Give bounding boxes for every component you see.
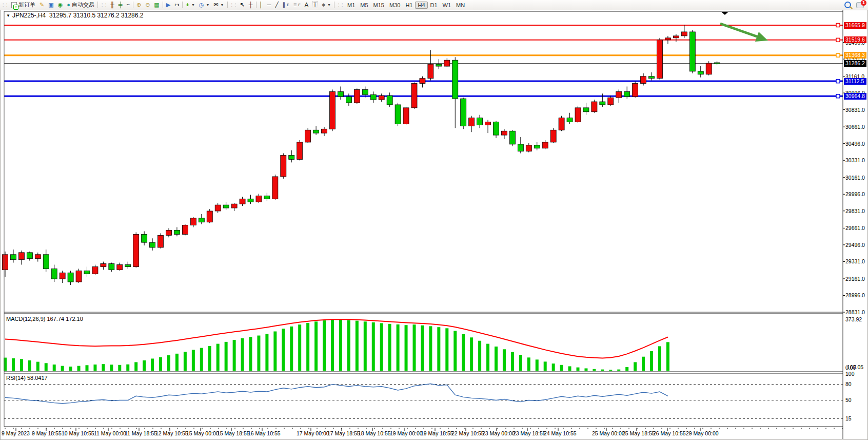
time-tick-label: 19 May 00:00 [390, 430, 423, 436]
timeframe-button-m1[interactable]: M1 [345, 2, 358, 9]
price-tick-label: 29996.0 [845, 191, 865, 197]
price-tick-label: 30661.0 [845, 124, 865, 130]
chart-shift-icon: ↦ [174, 2, 179, 8]
rsi-level-label: 50 [845, 397, 852, 403]
symbol-timeframe-label: JPN225-,H4 [12, 12, 46, 19]
annotation-layer[interactable] [720, 12, 768, 42]
window-button[interactable]: ▣ [46, 1, 55, 9]
time-tick-label: 26 May 10:55 [653, 430, 686, 436]
timeframe-button-mn[interactable]: MN [453, 2, 467, 9]
vertical-line-icon: │ [260, 2, 263, 8]
auto-trading-button[interactable]: ● 自动交易 [65, 1, 96, 9]
new-order-icon: + [11, 2, 17, 8]
tile-windows-icon: ▦ [154, 2, 159, 8]
time-tick-label: 16 May 10:55 [248, 430, 281, 436]
price-tick-label: 29331.0 [845, 258, 865, 264]
rsi-level-label: 80 [845, 381, 852, 387]
timeframe-button-d1[interactable]: D1 [428, 2, 440, 9]
timeframe-button-m5[interactable]: M5 [358, 2, 370, 9]
time-tick-label: 10 May 10:55 [62, 430, 94, 436]
timeframe-button-w1[interactable]: W1 [440, 2, 454, 9]
periods-button[interactable]: ◷▼ [197, 1, 212, 9]
chevron-down-icon: ▼ [206, 3, 209, 7]
toolbar-grip: ⋮⋮ [337, 3, 344, 7]
chart-symbol-title: ▼JPN225-,H4 31295.7 31310.5 31276.2 3128… [5, 12, 144, 19]
time-tick-label: 24 May 10:55 [544, 430, 577, 436]
separator [182, 2, 183, 8]
chevron-down-icon: ▼ [191, 3, 195, 7]
price-badge: 31112.5 [844, 78, 866, 85]
chart-shift-button[interactable]: ↦ [172, 1, 181, 9]
time-tick-label: 15 May 00:00 [186, 430, 219, 436]
arrows-icon: ◆ [322, 2, 325, 8]
time-tick-label: 9 May 2023 [2, 430, 30, 436]
line-chart-button[interactable]: ~ [124, 1, 131, 9]
zoom-out-button[interactable]: ⊖ [143, 1, 152, 9]
time-tick-label: 18 May 10:55 [358, 430, 391, 436]
separator [133, 2, 133, 8]
candle-chart-button[interactable]: ╪ [116, 1, 125, 9]
ohlc-values-label: 31295.7 31310.5 31276.2 31286.2 [49, 12, 144, 19]
collapse-triangle-icon[interactable]: ▼ [6, 13, 10, 18]
signal-icon: ◉ [58, 2, 63, 8]
separator [163, 2, 163, 8]
toolbar-grip: ⋮⋮ [1, 3, 8, 7]
zoom-in-button[interactable]: ⊕ [134, 1, 143, 9]
pane-borders [4, 10, 845, 439]
timeframe-button-m15[interactable]: M15 [371, 2, 387, 9]
vertical-line-tool[interactable]: │ [258, 1, 265, 9]
chat-icon[interactable]: 1 [856, 2, 864, 8]
chat-badge: 1 [861, 0, 866, 6]
separator [334, 2, 334, 8]
auto-scroll-icon: ▶ [166, 2, 170, 8]
time-tick-label: 29 May 00:00 [686, 430, 719, 436]
timeframe-button-m30[interactable]: M30 [387, 2, 403, 9]
text-tool[interactable]: A [303, 1, 310, 9]
channel-tool[interactable]: ∥E [281, 1, 291, 9]
text-icon: A [305, 2, 308, 8]
time-tick-label: 22 May 10:55 [451, 430, 484, 436]
end-of-data-marker [721, 12, 728, 15]
channel-sub-label: E [287, 3, 289, 7]
timeframe-group: M1M5M15M30H1H4D1W1MN [345, 2, 467, 9]
timeframe-button-h4[interactable]: H4 [415, 2, 427, 9]
cursor-tool-button[interactable]: ↖ [238, 1, 247, 9]
price-badge: 31368.3 [844, 52, 866, 59]
search-icon[interactable] [844, 2, 851, 8]
macd-indicator-label: MACD(12,26,9) 167.74 172.10 [6, 316, 83, 322]
channel-icon: ∥ [283, 2, 286, 8]
bar-chart-button[interactable]: ╫ [108, 1, 116, 9]
auto-trading-icon: ● [67, 2, 70, 8]
text-label-icon: T [312, 2, 318, 8]
signal-button[interactable]: ◉ [56, 1, 65, 9]
auto-scroll-button[interactable]: ▶ [164, 1, 172, 9]
crosshair-icon: ┼ [249, 2, 253, 8]
price-tick-label: 29496.0 [845, 242, 865, 248]
time-tick-label: 23 May 00:00 [482, 430, 515, 436]
hline-objects[interactable] [4, 24, 843, 98]
price-tick-label: 30496.0 [845, 141, 865, 147]
rsi-level-label: 15 [845, 415, 852, 422]
time-tick-label: 23 May 18:55 [513, 430, 546, 436]
horizontal-line-tool[interactable]: ─ [265, 1, 273, 9]
highlighter-button[interactable]: ✎ [37, 1, 46, 9]
time-tick-label: 12 May 10:55 [155, 430, 188, 436]
text-label-tool[interactable]: T [310, 1, 320, 9]
new-order-button[interactable]: + 新订单 [9, 1, 37, 9]
chart-canvas[interactable] [0, 0, 868, 440]
trendline-tool[interactable]: ╱ [273, 1, 281, 9]
templates-button[interactable]: ✉▼ [211, 1, 226, 9]
price-badge: 31286.2 [844, 60, 866, 67]
rsi-indicator-label: RSI(14) 58.0417 [6, 375, 48, 381]
indicators-button[interactable]: +▼ [184, 1, 196, 9]
timeframe-button-h1[interactable]: H1 [403, 2, 415, 9]
price-tick-label: 30161.0 [845, 175, 865, 181]
crosshair-tool-button[interactable]: ┼ [247, 1, 255, 9]
time-tick-label: 19 May 18:55 [421, 430, 453, 436]
chevron-down-icon: ▼ [327, 3, 331, 7]
separator [227, 2, 228, 8]
arrows-tool[interactable]: ◆▼ [320, 1, 333, 9]
fibonacci-tool[interactable]: ≡F [291, 1, 303, 9]
clock-icon: ◷ [199, 2, 204, 8]
tile-windows-button[interactable]: ▦ [152, 1, 161, 9]
